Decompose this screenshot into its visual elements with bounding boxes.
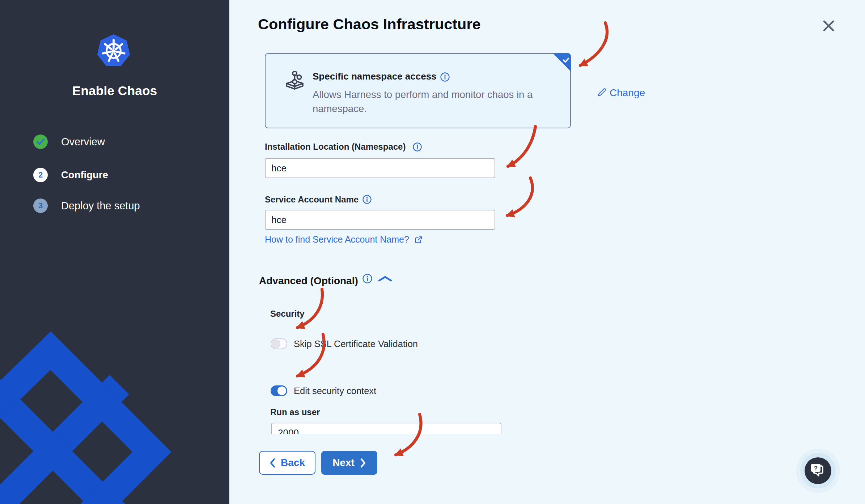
svg-text:?: ? xyxy=(814,465,818,472)
